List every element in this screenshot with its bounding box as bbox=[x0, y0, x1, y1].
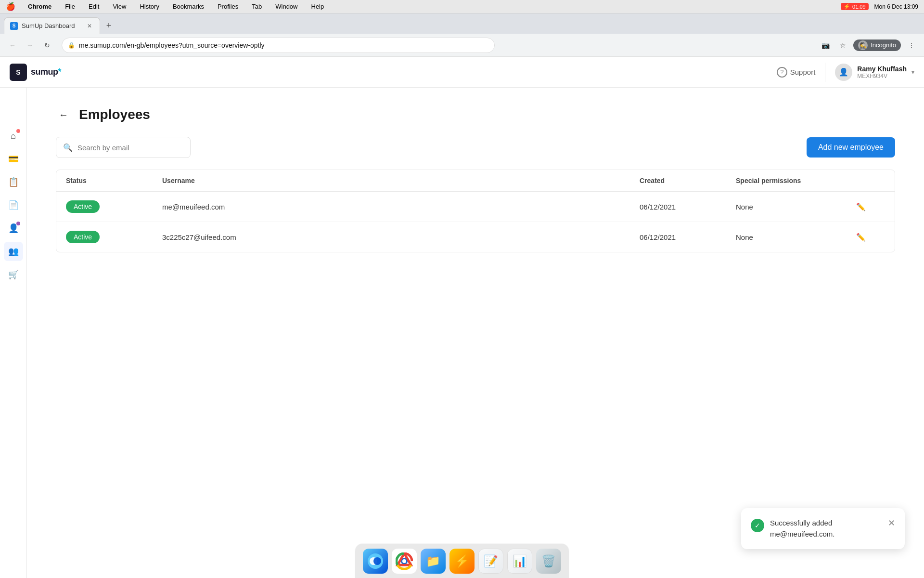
apple-menu[interactable]: 🍎 bbox=[6, 2, 15, 11]
menu-history[interactable]: History bbox=[137, 2, 162, 11]
url-bar[interactable]: 🔒 me.sumup.com/en-gb/employees?utm_sourc… bbox=[62, 38, 495, 53]
logo-icon: S bbox=[10, 64, 27, 81]
employee-username-2: 3c225c27@uifeed.com bbox=[162, 233, 640, 241]
employee-username-1: me@meuifeed.com bbox=[162, 203, 640, 211]
dock: 📁 ⚡ 📝 📊 🗑️ bbox=[355, 543, 569, 578]
ssl-lock-icon: 🔒 bbox=[68, 42, 75, 49]
dock-trash-icon[interactable]: 🗑️ bbox=[536, 549, 561, 574]
column-header-status: Status bbox=[66, 177, 162, 184]
toast-close-button[interactable]: ✕ bbox=[888, 518, 895, 528]
incognito-badge: 🕵 Incognito bbox=[853, 39, 901, 51]
user-id: MEXH934V bbox=[857, 73, 907, 79]
menu-window[interactable]: Window bbox=[272, 2, 300, 11]
search-icon: 🔍 bbox=[63, 143, 73, 152]
page-header: ← Employees bbox=[56, 107, 895, 122]
dock-files-icon[interactable]: 📁 bbox=[421, 549, 446, 574]
dock-chrome-icon[interactable] bbox=[392, 549, 417, 574]
address-bar: ← → ↻ 🔒 me.sumup.com/en-gb/employees?utm… bbox=[0, 34, 924, 57]
clock: Mon 6 Dec 13:09 bbox=[874, 3, 918, 10]
menu-chrome[interactable]: Chrome bbox=[25, 2, 54, 11]
search-box[interactable]: 🔍 bbox=[56, 137, 191, 158]
menu-bookmarks[interactable]: Bookmarks bbox=[170, 2, 207, 11]
table-row: Active 3c225c27@uifeed.com 06/12/2021 No… bbox=[56, 222, 895, 252]
add-employee-button[interactable]: Add new employee bbox=[807, 137, 895, 158]
menu-profiles[interactable]: Profiles bbox=[215, 2, 241, 11]
sidebar-notification-dot-purple bbox=[16, 222, 20, 225]
browser-menu-button[interactable]: ⋮ bbox=[905, 39, 918, 52]
svg-point-6 bbox=[402, 559, 406, 563]
employee-status-1: Active bbox=[66, 200, 162, 213]
menu-edit[interactable]: Edit bbox=[86, 2, 102, 11]
battery-indicator: ⚡ 01:09 bbox=[841, 3, 869, 10]
incognito-label: Incognito bbox=[871, 41, 896, 49]
menu-bar: 🍎 Chrome File Edit View History Bookmark… bbox=[0, 0, 924, 13]
sidebar-item-customers[interactable]: 👤 bbox=[4, 219, 23, 238]
menu-help[interactable]: Help bbox=[308, 2, 327, 11]
bookmark-icon[interactable]: ☆ bbox=[836, 39, 849, 52]
sidebar-notification-dot bbox=[16, 129, 20, 133]
new-tab-button[interactable]: + bbox=[102, 19, 116, 32]
edit-icon[interactable]: ✏️ bbox=[856, 203, 866, 211]
sidebar: ⌂ 💳 📋 📄 👤 👥 🛒 bbox=[0, 88, 27, 578]
user-avatar-icon: 👤 bbox=[835, 64, 852, 81]
sidebar-item-reports[interactable]: 📄 bbox=[4, 196, 23, 215]
toast-notification: ✓ Successfully added me@meuifeed.com. ✕ bbox=[741, 508, 905, 549]
employee-permissions-2: None bbox=[736, 233, 856, 241]
menu-file[interactable]: File bbox=[62, 2, 78, 11]
dock-document-icon[interactable]: 📝 bbox=[478, 549, 503, 574]
back-nav-button[interactable]: ← bbox=[6, 39, 19, 52]
dock-spreadsheet-icon[interactable]: 📊 bbox=[507, 549, 532, 574]
toast-message: Successfully added me@meuifeed.com. bbox=[770, 518, 882, 539]
tab-bar: S SumUp Dashboard ✕ + bbox=[0, 13, 924, 34]
employee-permissions-1: None bbox=[736, 203, 856, 211]
camera-icon[interactable]: 📷 bbox=[819, 39, 832, 52]
tab-title: SumUp Dashboard bbox=[22, 22, 75, 29]
employee-status-2: Active bbox=[66, 231, 162, 243]
sidebar-item-transactions[interactable]: 📋 bbox=[4, 172, 23, 192]
column-header-username: Username bbox=[162, 177, 640, 184]
sidebar-item-cart[interactable]: 🛒 bbox=[4, 265, 23, 284]
svg-point-2 bbox=[373, 557, 381, 565]
reload-button[interactable]: ↻ bbox=[40, 39, 54, 52]
sidebar-item-home[interactable]: ⌂ bbox=[4, 126, 23, 145]
logo-area: S sumup* bbox=[10, 64, 61, 81]
page-title: Employees bbox=[79, 107, 150, 122]
support-label: Support bbox=[790, 68, 816, 76]
employee-edit-button-2[interactable]: ✏️ bbox=[856, 233, 885, 242]
user-dropdown-chevron-icon: ▾ bbox=[911, 69, 914, 76]
main-content: ← Employees 🔍 Add new employee Status Us… bbox=[27, 88, 924, 578]
user-area[interactable]: 👤 Ramy Khuffash MEXH934V ▾ bbox=[835, 64, 914, 81]
forward-nav-button[interactable]: → bbox=[23, 39, 37, 52]
back-button[interactable]: ← bbox=[56, 107, 71, 122]
toolbar-row: 🔍 Add new employee bbox=[56, 137, 895, 158]
browser-tab-active[interactable]: S SumUp Dashboard ✕ bbox=[4, 17, 100, 34]
menu-bar-right: ⚡ 01:09 Mon 6 Dec 13:09 bbox=[841, 3, 918, 10]
browser-toolbar-right: 📷 ☆ 🕵 Incognito ⋮ bbox=[819, 39, 918, 52]
menu-view[interactable]: View bbox=[110, 2, 129, 11]
search-input[interactable] bbox=[77, 144, 183, 152]
table-row: Active me@meuifeed.com 06/12/2021 None ✏… bbox=[56, 192, 895, 222]
menu-tab[interactable]: Tab bbox=[249, 2, 265, 11]
employee-edit-button-1[interactable]: ✏️ bbox=[856, 202, 885, 211]
tab-close-button[interactable]: ✕ bbox=[85, 22, 94, 30]
table-header-row: Status Username Created Special permissi… bbox=[56, 170, 895, 192]
edit-icon[interactable]: ✏️ bbox=[856, 233, 866, 241]
header-divider bbox=[825, 63, 825, 82]
active-status-badge: Active bbox=[66, 231, 100, 243]
sidebar-item-payments[interactable]: 💳 bbox=[4, 149, 23, 169]
url-text: me.sumup.com/en-gb/employees?utm_source=… bbox=[79, 41, 265, 49]
user-info: Ramy Khuffash MEXH934V bbox=[857, 65, 907, 79]
logo-text: sumup* bbox=[31, 67, 61, 77]
dock-lightning-icon[interactable]: ⚡ bbox=[449, 549, 475, 574]
user-name: Ramy Khuffash bbox=[857, 65, 907, 73]
app-header: S sumup* ? Support 👤 Ramy Khuffash MEXH9… bbox=[0, 57, 924, 88]
logo-asterisk: * bbox=[58, 67, 62, 77]
toast-success-icon: ✓ bbox=[751, 519, 764, 532]
active-status-badge: Active bbox=[66, 200, 100, 213]
incognito-avatar-icon: 🕵 bbox=[858, 40, 868, 50]
employee-created-2: 06/12/2021 bbox=[640, 233, 736, 241]
support-button[interactable]: ? Support bbox=[777, 67, 816, 78]
header-right: ? Support 👤 Ramy Khuffash MEXH934V ▾ bbox=[777, 63, 914, 82]
dock-finder-icon[interactable] bbox=[363, 549, 388, 574]
sidebar-item-employees[interactable]: 👥 bbox=[4, 242, 23, 261]
